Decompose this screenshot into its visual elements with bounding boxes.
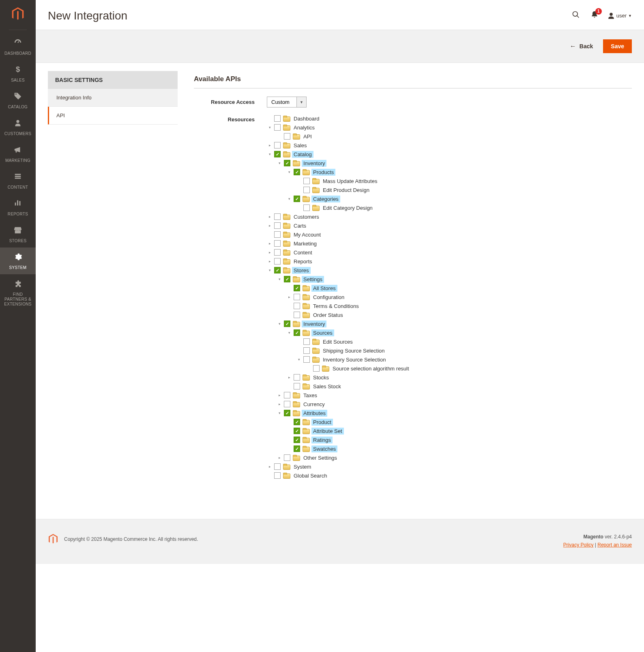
expand-icon[interactable]: ▸ [277,401,282,407]
expand-icon[interactable]: ▸ [277,455,282,460]
tree-label[interactable]: Dashboard [292,115,321,122]
tree-checkbox[interactable] [284,276,290,282]
expand-icon[interactable]: ▸ [267,223,273,228]
nav-customers[interactable]: CUSTOMERS [0,114,36,140]
tree-checkbox[interactable] [274,267,281,273]
tree-label[interactable]: Edit Sources [321,338,354,345]
nav-catalog[interactable]: CATALOG [0,87,36,114]
tree-label[interactable]: Reports [292,258,314,265]
magento-logo[interactable] [0,0,36,26]
tree-label[interactable]: Order Status [311,312,345,318]
expand-icon[interactable]: ▸ [286,374,292,380]
expand-icon[interactable]: ▸ [267,142,273,148]
collapse-icon[interactable]: ▾ [277,410,282,416]
tree-label[interactable]: Currency [302,401,326,408]
tree-checkbox[interactable] [303,347,310,354]
tree-label[interactable]: All Stores [311,285,337,292]
tree-checkbox[interactable] [294,303,300,309]
tree-label[interactable]: My Account [292,231,322,238]
tree-checkbox[interactable] [274,142,281,148]
tree-checkbox[interactable] [294,445,300,452]
tree-checkbox[interactable] [284,410,290,416]
tree-checkbox[interactable] [274,258,281,265]
tree-label[interactable]: Sales Stock [311,383,343,390]
tree-label[interactable]: Customers [292,213,321,220]
tree-checkbox[interactable] [294,437,300,443]
tree-checkbox[interactable] [294,374,300,381]
expand-icon[interactable]: ▸ [267,241,273,246]
save-button[interactable]: Save [603,39,632,53]
tree-label[interactable]: API [302,133,313,140]
tree-checkbox[interactable] [274,124,281,131]
tree-label[interactable]: Content [292,249,314,256]
tree-label[interactable]: Attribute Set [311,428,344,435]
tree-label[interactable]: System [292,463,313,470]
tree-checkbox[interactable] [284,401,290,407]
user-menu[interactable]: user ▼ [608,12,632,19]
tree-checkbox[interactable] [303,178,310,184]
collapse-icon[interactable]: ▾ [286,196,292,202]
expand-icon[interactable]: ▸ [286,294,292,300]
tree-checkbox[interactable] [303,338,310,345]
back-button[interactable]: ← Back [562,39,601,54]
tree-label[interactable]: Edit Category Design [321,204,374,211]
tree-checkbox[interactable] [274,472,281,479]
tree-checkbox[interactable] [294,312,300,318]
report-issue-link[interactable]: Report an Issue [597,542,632,548]
tree-checkbox[interactable] [284,321,290,327]
collapse-icon[interactable]: ▾ [267,267,273,273]
tree-label[interactable]: Ratings [311,437,333,443]
tree-label[interactable]: Sources [311,329,334,336]
tree-label[interactable]: Analytics [292,124,316,131]
tree-checkbox[interactable] [274,213,281,220]
tree-label[interactable]: Inventory Source Selection [321,356,387,363]
tree-label[interactable]: Catalog [292,151,313,158]
tree-label[interactable]: Shipping Source Selection [321,347,386,354]
tree-label[interactable]: Configuration [311,294,346,301]
tree-label[interactable]: Products [311,169,335,176]
tree-label[interactable]: Settings [302,276,324,283]
collapse-icon[interactable]: ▾ [277,276,282,282]
nav-dashboard[interactable]: DASHBOARD [0,33,36,60]
tree-label[interactable]: Source selection algorithm result [331,365,411,372]
tree-label[interactable]: Swatches [311,445,337,452]
tree-label[interactable]: Product [311,419,333,426]
nav-system[interactable]: SYSTEM [0,247,36,274]
tree-checkbox[interactable] [303,204,310,211]
tree-checkbox[interactable] [284,133,290,140]
expand-icon[interactable]: ▸ [267,214,273,219]
tree-checkbox[interactable] [294,428,300,434]
search-button[interactable] [570,9,582,22]
tree-checkbox[interactable] [294,383,300,389]
tree-checkbox[interactable] [274,151,281,157]
tree-label[interactable]: Inventory [302,160,326,167]
notifications-button[interactable]: 1 [589,9,600,22]
tree-label[interactable]: Other Settings [302,454,339,461]
tree-checkbox[interactable] [294,285,300,291]
side-tab-integration-info[interactable]: Integration Info [48,89,178,107]
tree-label[interactable]: Stores [292,267,311,274]
tree-label[interactable]: Categories [311,196,340,202]
tree-checkbox[interactable] [274,222,281,229]
expand-icon[interactable]: ▸ [277,392,282,398]
tree-label[interactable]: Inventory [302,321,326,327]
tree-checkbox[interactable] [284,392,290,398]
tree-label[interactable]: Carts [292,222,308,229]
tree-checkbox[interactable] [294,294,300,300]
collapse-icon[interactable]: ▾ [277,160,282,166]
nav-marketing[interactable]: MARKETING [0,140,36,167]
tree-label[interactable]: Attributes [302,410,327,417]
tree-checkbox[interactable] [294,169,300,175]
privacy-link[interactable]: Privacy Policy [563,542,594,548]
tree-checkbox[interactable] [303,187,310,193]
tree-checkbox[interactable] [313,365,320,372]
tree-checkbox[interactable] [284,454,290,461]
tree-checkbox[interactable] [303,356,310,363]
nav-stores[interactable]: STORES [0,221,36,247]
nav-sales[interactable]: $SALES [0,60,36,87]
tree-label[interactable]: Terms & Conditions [311,303,361,310]
tree-checkbox[interactable] [274,231,281,238]
tree-checkbox[interactable] [274,115,281,122]
nav-content[interactable]: CONTENT [0,167,36,194]
tree-checkbox[interactable] [274,463,281,470]
